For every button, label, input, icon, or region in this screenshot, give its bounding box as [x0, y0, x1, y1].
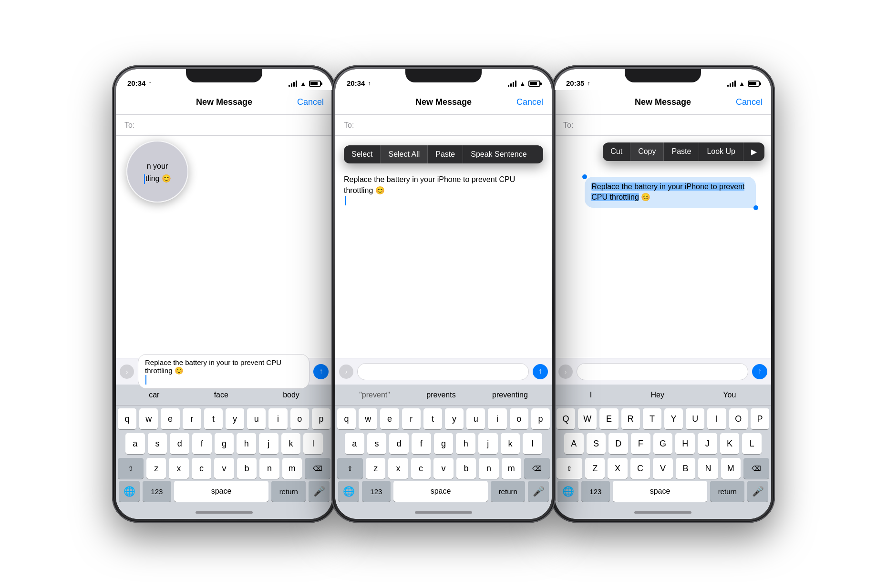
key-a-2[interactable]: a	[345, 433, 364, 454]
key-n-2[interactable]: n	[479, 458, 498, 479]
key-123-3[interactable]: 123	[581, 481, 610, 502]
key-I-3[interactable]: I	[707, 408, 726, 429]
key-space-2[interactable]: space	[393, 481, 488, 502]
key-mic-1[interactable]: 🎤	[309, 481, 330, 502]
key-V-3[interactable]: V	[653, 458, 672, 479]
key-E-3[interactable]: E	[599, 408, 618, 429]
key-q-2[interactable]: q	[337, 408, 356, 429]
key-W-3[interactable]: W	[578, 408, 597, 429]
context-paste-3[interactable]: Paste	[664, 142, 699, 161]
key-r-1[interactable]: r	[183, 408, 201, 429]
key-c-1[interactable]: c	[192, 458, 211, 479]
key-globe-3[interactable]: 🌐	[557, 481, 578, 502]
key-delete-1[interactable]: ⌫	[305, 458, 330, 479]
key-c-2[interactable]: c	[411, 458, 431, 479]
key-delete-2[interactable]: ⌫	[524, 458, 550, 479]
key-x-2[interactable]: x	[388, 458, 408, 479]
key-i-1[interactable]: i	[268, 408, 287, 429]
key-B-3[interactable]: B	[676, 458, 695, 479]
context-cut-3[interactable]: Cut	[603, 142, 630, 161]
context-selectall-2[interactable]: Select All	[381, 145, 428, 163]
key-return-3[interactable]: return	[710, 481, 744, 502]
key-z-2[interactable]: z	[366, 458, 385, 479]
key-G-3[interactable]: G	[653, 433, 673, 454]
suggestion-3-2[interactable]: You	[719, 389, 740, 401]
key-v-2[interactable]: v	[433, 458, 453, 479]
key-w-2[interactable]: w	[359, 408, 377, 429]
suggestion-2-2[interactable]: preventing	[488, 389, 532, 401]
key-L-3[interactable]: L	[742, 433, 762, 454]
suggestion-1-2[interactable]: body	[279, 389, 303, 401]
key-e-1[interactable]: e	[161, 408, 179, 429]
key-m-1[interactable]: m	[282, 458, 302, 479]
key-Y-3[interactable]: Y	[664, 408, 683, 429]
key-M-3[interactable]: M	[721, 458, 741, 479]
key-123-2[interactable]: 123	[362, 481, 391, 502]
key-K-3[interactable]: K	[720, 433, 740, 454]
key-h-1[interactable]: h	[237, 433, 256, 454]
key-s-2[interactable]: s	[367, 433, 387, 454]
send-btn-3[interactable]: ↑	[752, 364, 767, 379]
input-textbox-1[interactable]: Replace the battery in your to prevent C…	[138, 354, 309, 389]
key-f-2[interactable]: f	[412, 433, 431, 454]
key-J-3[interactable]: J	[698, 433, 717, 454]
key-y-1[interactable]: y	[226, 408, 244, 429]
key-j-2[interactable]: j	[478, 433, 498, 454]
key-o-1[interactable]: o	[290, 408, 309, 429]
key-a-1[interactable]: a	[125, 433, 145, 454]
key-X-3[interactable]: X	[608, 458, 627, 479]
key-e-2[interactable]: e	[380, 408, 399, 429]
key-n-1[interactable]: n	[259, 458, 279, 479]
key-p-2[interactable]: p	[531, 408, 550, 429]
key-return-1[interactable]: return	[271, 481, 306, 502]
key-m-2[interactable]: m	[502, 458, 521, 479]
key-globe-1[interactable]: 🌐	[119, 481, 140, 502]
suggestion-1-1[interactable]: face	[210, 389, 232, 401]
cancel-button-3[interactable]: Cancel	[736, 97, 763, 107]
key-s-1[interactable]: s	[148, 433, 167, 454]
key-H-3[interactable]: H	[675, 433, 695, 454]
key-j-1[interactable]: j	[259, 433, 278, 454]
suggestion-1-0[interactable]: car	[145, 389, 163, 401]
key-delete-3[interactable]: ⌫	[743, 458, 769, 479]
key-k-1[interactable]: k	[281, 433, 301, 454]
key-U-3[interactable]: U	[686, 408, 704, 429]
key-u-1[interactable]: u	[247, 408, 266, 429]
input-textbox-2[interactable]	[357, 363, 529, 380]
key-P-3[interactable]: P	[751, 408, 769, 429]
key-D-3[interactable]: D	[609, 433, 628, 454]
key-v-1[interactable]: v	[214, 458, 234, 479]
context-select-2[interactable]: Select	[344, 145, 381, 163]
key-F-3[interactable]: F	[631, 433, 650, 454]
key-t-1[interactable]: t	[204, 408, 223, 429]
key-caps-3[interactable]: ⇧	[557, 458, 582, 479]
key-O-3[interactable]: O	[729, 408, 748, 429]
send-btn-2[interactable]: ↑	[533, 364, 548, 379]
context-speak-2[interactable]: Speak Sentence	[463, 145, 534, 163]
suggestion-3-0[interactable]: I	[586, 389, 596, 401]
key-mic-2[interactable]: 🎤	[528, 481, 549, 502]
suggestion-2-1[interactable]: prevents	[423, 389, 459, 401]
key-return-2[interactable]: return	[491, 481, 525, 502]
key-b-1[interactable]: b	[237, 458, 257, 479]
key-l-2[interactable]: l	[523, 433, 542, 454]
send-btn-1[interactable]: ↑	[313, 364, 329, 379]
expand-btn-1[interactable]: ›	[120, 365, 134, 379]
key-space-1[interactable]: space	[174, 481, 269, 502]
key-o-2[interactable]: o	[510, 408, 528, 429]
key-y-2[interactable]: y	[445, 408, 464, 429]
key-d-1[interactable]: d	[170, 433, 189, 454]
key-d-2[interactable]: d	[389, 433, 409, 454]
key-Q-3[interactable]: Q	[557, 408, 575, 429]
key-g-1[interactable]: g	[215, 433, 234, 454]
key-123-1[interactable]: 123	[143, 481, 171, 502]
key-k-2[interactable]: k	[501, 433, 520, 454]
key-A-3[interactable]: A	[564, 433, 584, 454]
key-globe-2[interactable]: 🌐	[338, 481, 359, 502]
key-r-2[interactable]: r	[402, 408, 421, 429]
context-copy-3[interactable]: Copy	[630, 142, 664, 161]
key-R-3[interactable]: R	[621, 408, 640, 429]
key-u-2[interactable]: u	[466, 408, 485, 429]
key-w-1[interactable]: w	[139, 408, 158, 429]
key-caps-1[interactable]: ⇧	[118, 458, 144, 479]
